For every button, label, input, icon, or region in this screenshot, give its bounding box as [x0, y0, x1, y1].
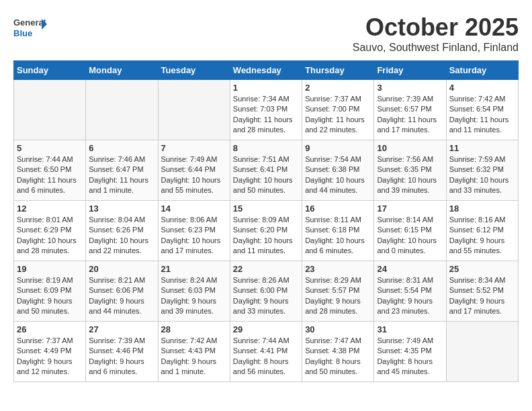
day-info: Sunrise: 7:54 AM Sunset: 6:38 PM Dayligh… [305, 154, 371, 196]
day-info: Sunrise: 7:39 AM Sunset: 6:57 PM Dayligh… [377, 94, 443, 136]
day-info: Sunrise: 8:04 AM Sunset: 6:26 PM Dayligh… [89, 215, 154, 257]
day-number: 8 [233, 143, 299, 153]
day-info: Sunrise: 7:44 AM Sunset: 6:50 PM Dayligh… [17, 154, 83, 196]
calendar-cell [14, 80, 86, 140]
calendar-cell: 8Sunrise: 7:51 AM Sunset: 6:41 PM Daylig… [230, 140, 302, 201]
day-number: 3 [377, 83, 443, 93]
day-number: 21 [161, 264, 227, 274]
day-number: 20 [89, 264, 154, 274]
day-number: 28 [161, 324, 227, 334]
calendar-cell: 19Sunrise: 8:19 AM Sunset: 6:09 PM Dayli… [14, 261, 86, 322]
weekday-header-monday: Monday [86, 61, 158, 80]
calendar-cell: 16Sunrise: 8:11 AM Sunset: 6:18 PM Dayli… [302, 201, 374, 261]
calendar-cell: 30Sunrise: 7:47 AM Sunset: 4:38 PM Dayli… [302, 322, 374, 382]
calendar-cell: 13Sunrise: 8:04 AM Sunset: 6:26 PM Dayli… [86, 201, 158, 261]
day-info: Sunrise: 8:24 AM Sunset: 6:03 PM Dayligh… [161, 275, 227, 317]
day-info: Sunrise: 8:29 AM Sunset: 5:57 PM Dayligh… [305, 275, 371, 317]
calendar-cell: 14Sunrise: 8:06 AM Sunset: 6:23 PM Dayli… [158, 201, 230, 261]
weekday-header-friday: Friday [374, 61, 446, 80]
day-number: 2 [305, 83, 371, 93]
calendar-table: SundayMondayTuesdayWednesdayThursdayFrid… [13, 60, 519, 382]
calendar-cell: 1Sunrise: 7:34 AM Sunset: 7:03 PM Daylig… [230, 80, 302, 140]
day-number: 10 [377, 143, 443, 153]
calendar-week-4: 19Sunrise: 8:19 AM Sunset: 6:09 PM Dayli… [14, 261, 519, 322]
day-info: Sunrise: 7:59 AM Sunset: 6:32 PM Dayligh… [449, 154, 515, 196]
calendar-week-3: 12Sunrise: 8:01 AM Sunset: 6:29 PM Dayli… [14, 201, 519, 261]
weekday-header-tuesday: Tuesday [158, 61, 230, 80]
calendar-cell: 4Sunrise: 7:42 AM Sunset: 6:54 PM Daylig… [446, 80, 518, 140]
calendar-cell: 7Sunrise: 7:49 AM Sunset: 6:44 PM Daylig… [158, 140, 230, 201]
weekday-header-row: SundayMondayTuesdayWednesdayThursdayFrid… [14, 61, 519, 80]
calendar-cell: 24Sunrise: 8:31 AM Sunset: 5:54 PM Dayli… [374, 261, 446, 322]
day-number: 6 [89, 143, 154, 153]
day-number: 24 [377, 264, 443, 274]
weekday-header-sunday: Sunday [14, 61, 86, 80]
header: General Blue October 2025 Sauvo, Southwe… [13, 13, 519, 54]
day-number: 30 [305, 324, 371, 334]
calendar-cell: 5Sunrise: 7:44 AM Sunset: 6:50 PM Daylig… [14, 140, 86, 201]
day-info: Sunrise: 8:19 AM Sunset: 6:09 PM Dayligh… [17, 275, 83, 317]
calendar-cell: 31Sunrise: 7:49 AM Sunset: 4:35 PM Dayli… [374, 322, 446, 382]
calendar-cell: 18Sunrise: 8:16 AM Sunset: 6:12 PM Dayli… [446, 201, 518, 261]
calendar-week-2: 5Sunrise: 7:44 AM Sunset: 6:50 PM Daylig… [14, 140, 519, 201]
calendar-cell: 11Sunrise: 7:59 AM Sunset: 6:32 PM Dayli… [446, 140, 518, 201]
day-number: 31 [377, 324, 443, 334]
calendar-cell: 28Sunrise: 7:42 AM Sunset: 4:43 PM Dayli… [158, 322, 230, 382]
calendar-cell: 12Sunrise: 8:01 AM Sunset: 6:29 PM Dayli… [14, 201, 86, 261]
day-number: 22 [233, 264, 299, 274]
calendar-cell: 2Sunrise: 7:37 AM Sunset: 7:00 PM Daylig… [302, 80, 374, 140]
day-number: 29 [233, 324, 299, 334]
day-number: 4 [449, 83, 515, 93]
calendar-cell: 6Sunrise: 7:46 AM Sunset: 6:47 PM Daylig… [86, 140, 158, 201]
weekday-header-saturday: Saturday [446, 61, 518, 80]
calendar-week-1: 1Sunrise: 7:34 AM Sunset: 7:03 PM Daylig… [14, 80, 519, 140]
day-number: 26 [17, 324, 83, 334]
day-number: 9 [305, 143, 371, 153]
day-info: Sunrise: 7:51 AM Sunset: 6:41 PM Dayligh… [233, 154, 299, 196]
day-info: Sunrise: 8:11 AM Sunset: 6:18 PM Dayligh… [305, 215, 371, 257]
day-info: Sunrise: 8:21 AM Sunset: 6:06 PM Dayligh… [89, 275, 154, 317]
day-number: 23 [305, 264, 371, 274]
day-number: 12 [17, 203, 83, 214]
day-info: Sunrise: 7:37 AM Sunset: 4:49 PM Dayligh… [17, 336, 83, 377]
calendar-cell: 20Sunrise: 8:21 AM Sunset: 6:06 PM Dayli… [86, 261, 158, 322]
day-info: Sunrise: 7:56 AM Sunset: 6:35 PM Dayligh… [377, 154, 443, 196]
day-info: Sunrise: 7:42 AM Sunset: 4:43 PM Dayligh… [161, 336, 227, 377]
calendar-cell: 3Sunrise: 7:39 AM Sunset: 6:57 PM Daylig… [374, 80, 446, 140]
day-number: 27 [89, 324, 154, 334]
day-number: 5 [17, 143, 83, 153]
day-info: Sunrise: 8:26 AM Sunset: 6:00 PM Dayligh… [233, 275, 299, 317]
weekday-header-thursday: Thursday [302, 61, 374, 80]
day-info: Sunrise: 7:34 AM Sunset: 7:03 PM Dayligh… [233, 94, 299, 136]
day-info: Sunrise: 7:49 AM Sunset: 4:35 PM Dayligh… [377, 336, 443, 377]
day-number: 13 [89, 203, 154, 214]
day-number: 25 [449, 264, 515, 274]
day-info: Sunrise: 7:42 AM Sunset: 6:54 PM Dayligh… [449, 94, 515, 136]
svg-text:Blue: Blue [13, 28, 32, 38]
svg-text:General: General [13, 17, 46, 28]
month-title: October 2025 [353, 13, 519, 42]
title-area: October 2025 Sauvo, Southwest Finland, F… [353, 13, 519, 54]
weekday-header-wednesday: Wednesday [230, 61, 302, 80]
calendar-cell: 9Sunrise: 7:54 AM Sunset: 6:38 PM Daylig… [302, 140, 374, 201]
day-info: Sunrise: 7:49 AM Sunset: 6:44 PM Dayligh… [161, 154, 227, 196]
day-info: Sunrise: 8:01 AM Sunset: 6:29 PM Dayligh… [17, 215, 83, 257]
calendar-cell [446, 322, 518, 382]
day-info: Sunrise: 7:39 AM Sunset: 4:46 PM Dayligh… [89, 336, 154, 377]
calendar-cell: 23Sunrise: 8:29 AM Sunset: 5:57 PM Dayli… [302, 261, 374, 322]
day-number: 14 [161, 203, 227, 214]
calendar-cell [158, 80, 230, 140]
day-number: 16 [305, 203, 371, 214]
day-number: 17 [377, 203, 443, 214]
calendar-cell: 27Sunrise: 7:39 AM Sunset: 4:46 PM Dayli… [86, 322, 158, 382]
calendar-cell: 25Sunrise: 8:34 AM Sunset: 5:52 PM Dayli… [446, 261, 518, 322]
day-info: Sunrise: 8:06 AM Sunset: 6:23 PM Dayligh… [161, 215, 227, 257]
day-info: Sunrise: 8:34 AM Sunset: 5:52 PM Dayligh… [449, 275, 515, 317]
day-info: Sunrise: 7:37 AM Sunset: 7:00 PM Dayligh… [305, 94, 371, 136]
day-info: Sunrise: 8:31 AM Sunset: 5:54 PM Dayligh… [377, 275, 443, 317]
day-number: 15 [233, 203, 299, 214]
day-number: 7 [161, 143, 227, 153]
day-info: Sunrise: 8:16 AM Sunset: 6:12 PM Dayligh… [449, 215, 515, 257]
calendar-cell: 10Sunrise: 7:56 AM Sunset: 6:35 PM Dayli… [374, 140, 446, 201]
calendar-cell: 21Sunrise: 8:24 AM Sunset: 6:03 PM Dayli… [158, 261, 230, 322]
